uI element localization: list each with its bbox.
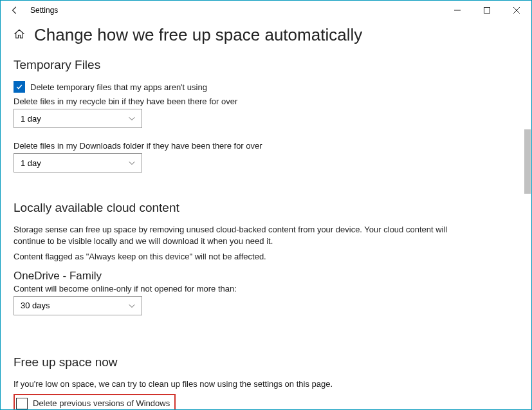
recycle-bin-label: Delete files in my recycle bin if they h… bbox=[14, 97, 518, 106]
onedrive-title: OneDrive - Family bbox=[14, 270, 518, 283]
onedrive-value: 30 days bbox=[21, 301, 50, 310]
temp-files-checkbox[interactable] bbox=[14, 81, 25, 93]
freeup-desc: If you're low on space, we can try to cl… bbox=[14, 378, 464, 390]
downloads-dropdown[interactable]: 1 day bbox=[14, 153, 142, 172]
close-button[interactable] bbox=[502, 1, 531, 20]
scrollbar[interactable] bbox=[524, 129, 531, 194]
downloads-value: 1 day bbox=[21, 158, 41, 168]
temp-files-checkbox-label: Delete temporary files that my apps aren… bbox=[30, 82, 207, 92]
back-button[interactable] bbox=[6, 1, 24, 19]
temp-files-heading: Temporary Files bbox=[14, 58, 518, 72]
delete-prev-versions-row: Delete previous versions of Windows bbox=[14, 394, 176, 410]
maximize-button[interactable] bbox=[472, 1, 502, 20]
cloud-desc-1: Storage sense can free up space by remov… bbox=[14, 224, 464, 247]
window-title: Settings bbox=[30, 6, 58, 15]
onedrive-dropdown[interactable]: 30 days bbox=[14, 296, 142, 315]
delete-prev-versions-label: Delete previous versions of Windows bbox=[33, 398, 170, 408]
cloud-heading: Locally available cloud content bbox=[14, 201, 518, 215]
titlebar: Settings bbox=[1, 1, 531, 20]
window-controls bbox=[443, 1, 531, 20]
downloads-label: Delete files in my Downloads folder if t… bbox=[14, 141, 518, 151]
cloud-desc-2: Content flagged as "Always keep on this … bbox=[14, 251, 464, 263]
minimize-button[interactable] bbox=[443, 1, 472, 20]
svg-rect-1 bbox=[484, 8, 490, 14]
chevron-down-icon bbox=[129, 157, 135, 169]
recycle-bin-value: 1 day bbox=[21, 114, 41, 124]
chevron-down-icon bbox=[129, 113, 135, 124]
delete-prev-versions-checkbox[interactable] bbox=[16, 398, 28, 409]
page-title: Change how we free up space automaticall… bbox=[34, 25, 362, 45]
freeup-heading: Free up space now bbox=[14, 355, 518, 369]
onedrive-label: Content will become online-only if not o… bbox=[14, 284, 518, 294]
recycle-bin-dropdown[interactable]: 1 day bbox=[14, 109, 142, 128]
chevron-down-icon bbox=[129, 300, 135, 312]
home-icon[interactable] bbox=[14, 28, 25, 42]
